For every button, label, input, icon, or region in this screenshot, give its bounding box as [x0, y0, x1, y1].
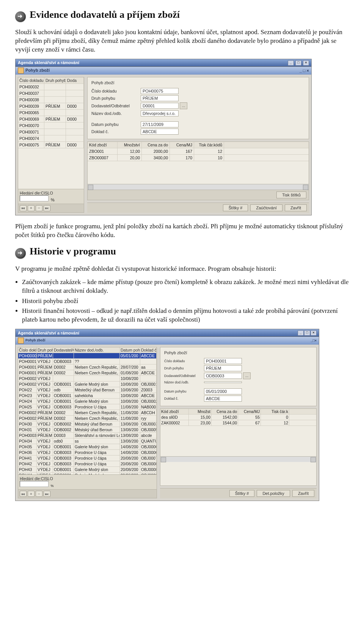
list-header[interactable]: Číslo dokladu Druh pohybu Doda	[18, 77, 84, 84]
col-cena-mj[interactable]: Cena/MJ	[238, 409, 261, 414]
browse-button[interactable]: …	[180, 102, 187, 109]
items-header[interactable]: Kód zboží Množství Cena za do Cena/MJ Ti…	[88, 142, 309, 148]
table-row[interactable]: POH00070	[18, 122, 84, 129]
table-row[interactable]: POH00069PŘÍJEMD000	[18, 116, 84, 122]
table-row[interactable]: POH0001PŘÍJEMD0002Nielsen Czech Republic…	[18, 364, 157, 370]
maximize-icon[interactable]: □	[303, 68, 306, 73]
zavrit-button[interactable]: Zavřít	[285, 204, 307, 211]
col-mnozstvi[interactable]: Množst	[189, 409, 212, 414]
minimize-icon[interactable]: _	[288, 60, 294, 66]
close-icon[interactable]: ×	[315, 339, 317, 342]
table-row[interactable]: POH00071	[18, 129, 84, 135]
table-row[interactable]: POH34VÝDEJodb0ss13/08/200QUANTU	[18, 438, 157, 444]
table-row[interactable]: POH00075PŘÍJEMD000	[18, 142, 84, 148]
list-header[interactable]: Číslo dokla Druh poh Dodavatel/O Název d…	[18, 347, 157, 353]
form-field[interactable]	[204, 382, 242, 383]
form-field[interactable]: D0001	[141, 103, 179, 109]
col-mnozstvi[interactable]: Množství	[118, 142, 142, 148]
horizontal-scrollbar[interactable]	[88, 184, 309, 190]
table-row[interactable]: POH31VÝDEJODB0002Městský úřad Beroun13/0…	[18, 427, 157, 433]
table-row[interactable]: POH24VÝDEJODB0001Galerie Modrý slon10/08…	[18, 399, 157, 404]
child-window-buttons[interactable]: _ □ ×	[300, 68, 309, 73]
item-row[interactable]: dea sli0D15,001542,00550	[160, 415, 316, 420]
form-field[interactable]: ODB0003	[204, 373, 242, 379]
add-icon[interactable]: +	[28, 491, 35, 497]
stitky-button[interactable]: Štítky #	[223, 204, 248, 211]
col-doda[interactable]: Dodavatel/O	[53, 347, 74, 353]
child-titlebar[interactable]: Pohyb zboží _□×	[16, 337, 319, 345]
close-icon[interactable]: ×	[307, 68, 309, 73]
table-row[interactable]: POH00039PŘÍJEMD000	[18, 103, 84, 110]
form-field[interactable]: Dřevoprodej s.r.o.	[141, 110, 179, 116]
det-polozky-button[interactable]: Det.položky	[257, 490, 290, 497]
col-cena-mj[interactable]: Cena/MJ	[170, 142, 194, 148]
col-kod[interactable]: Kód zboží	[160, 409, 189, 414]
item-row[interactable]: ZAK0000223,001544,006712	[160, 420, 316, 426]
col-kod[interactable]: Kód zboží	[88, 142, 118, 148]
col-druh[interactable]: Druh poh	[37, 347, 53, 353]
nav-first-icon[interactable]: ⏮	[20, 205, 27, 211]
col-cena[interactable]: Cena za do	[212, 409, 238, 414]
form-field[interactable]: PŘÍJEM	[141, 95, 179, 101]
table-row[interactable]: POH41VÝDEJODB0003Porodnice U čápa20/08/2…	[18, 455, 157, 461]
col-cislo[interactable]: Číslo dokla	[18, 347, 37, 353]
window-titlebar[interactable]: Agenda sklenářství a rámování _□×	[16, 329, 319, 337]
nav-last-icon[interactable]: ⏭	[44, 205, 50, 211]
tisk-stitku-button[interactable]: Tisk štítků	[276, 192, 306, 198]
browse-button[interactable]: …	[243, 372, 251, 379]
table-row[interactable]: POH35VÝDEJODB0001Galerie Modrý slon14/08…	[18, 444, 157, 450]
table-row[interactable]: POH36VÝDEJODB0003Porodnice U čápa14/08/2…	[18, 450, 157, 455]
add-icon[interactable]: +	[28, 205, 35, 211]
table-row[interactable]: POH00032	[18, 84, 84, 90]
table-row[interactable]: POH00065	[18, 110, 84, 116]
item-row[interactable]: ZBO00112,002000,0016712	[88, 148, 309, 155]
form-field[interactable]: ABCDE	[204, 396, 242, 402]
col-tisk[interactable]: Tisk čár.k	[261, 409, 289, 414]
table-row[interactable]: POH0002VÝDEJODB0001Galerie Modrý slon10/…	[18, 382, 157, 387]
table-row[interactable]: POH00074	[18, 135, 84, 142]
table-row[interactable]: POH0001VÝDEJODB0003??	[18, 359, 157, 364]
table-row[interactable]: POH0000PŘÍJEM05/01/200ABCDE	[18, 353, 157, 359]
maximize-icon[interactable]: □	[295, 60, 301, 66]
minimize-icon[interactable]: _	[300, 68, 302, 73]
table-row[interactable]: POH00037	[18, 90, 84, 97]
col-cena[interactable]: Cena za do	[142, 142, 170, 148]
table-row[interactable]: POH0003PŘÍJEMD0003Sklenářství a rámování…	[18, 433, 157, 438]
zavrit-button[interactable]: Zavřít	[292, 490, 314, 497]
search-input[interactable]	[20, 481, 49, 487]
col-dokc[interactable]: Doklad č.	[140, 347, 157, 353]
horizontal-scrollbar[interactable]	[160, 456, 316, 462]
child-titlebar[interactable]: Pohyb zboží _ □ ×	[16, 67, 311, 75]
table-row[interactable]: POH23VÝDEJODB0001sahekloha10/08/200ABCDE	[18, 393, 157, 399]
table-row[interactable]: POH30VÝDEJODB0002Městský úřad Beroun13/0…	[18, 421, 157, 427]
zauctovani-button[interactable]: Zaúčtování	[250, 204, 282, 211]
col-doda[interactable]: Doda	[66, 77, 84, 83]
col-cislo[interactable]: Číslo dokladu	[18, 77, 44, 83]
minimize-icon[interactable]: _	[298, 330, 304, 336]
window-buttons[interactable]: _ □ ×	[287, 60, 309, 66]
table-row[interactable]: POH0002PŘÍJEMD0002Nielsen Czech Republic…	[18, 416, 157, 421]
remove-icon[interactable]: −	[36, 205, 42, 211]
close-icon[interactable]: ×	[311, 330, 317, 336]
col-druh[interactable]: Druh pohybu	[44, 77, 66, 83]
table-row[interactable]: POH0002PŘÍJEMD0002Nielsen Czech Republic…	[18, 410, 157, 416]
nav-last-icon[interactable]: ⏭	[44, 491, 50, 497]
form-field[interactable]: 05/01/2000	[204, 388, 242, 394]
form-field[interactable]: POH00075	[141, 88, 179, 94]
remove-icon[interactable]: −	[36, 491, 42, 497]
form-field[interactable]: 27/11/2009	[141, 121, 179, 127]
item-row[interactable]: ZBO0000720,003400,0017010	[88, 155, 309, 161]
table-row[interactable]: POH00038	[18, 97, 84, 103]
close-icon[interactable]: ×	[303, 60, 309, 66]
nav-first-icon[interactable]: ⏮	[20, 491, 27, 497]
stitky-button[interactable]: Štítky #	[229, 490, 255, 497]
col-nazev[interactable]: Název dod./odb.	[74, 347, 120, 353]
table-row[interactable]: POH43VÝDEJODB0001Galerie Modrý slon20/08…	[18, 467, 157, 473]
maximize-icon[interactable]: □	[304, 330, 310, 336]
col-datum[interactable]: Datum poh	[120, 347, 140, 353]
items-header[interactable]: Kód zboží Množst Cena za do Cena/MJ Tisk…	[160, 409, 316, 415]
table-row[interactable]: POH0002VÝDEJ10/08/200	[18, 376, 157, 382]
col-tisk[interactable]: Tisk čár.kódů	[194, 142, 224, 148]
table-row[interactable]: POH22VÝDEJodbMěstečký úřad Beroun10/08/2…	[18, 387, 157, 393]
table-row[interactable]: POH0001PŘÍJEMD0002Nielsen Czech Republic…	[18, 370, 157, 376]
